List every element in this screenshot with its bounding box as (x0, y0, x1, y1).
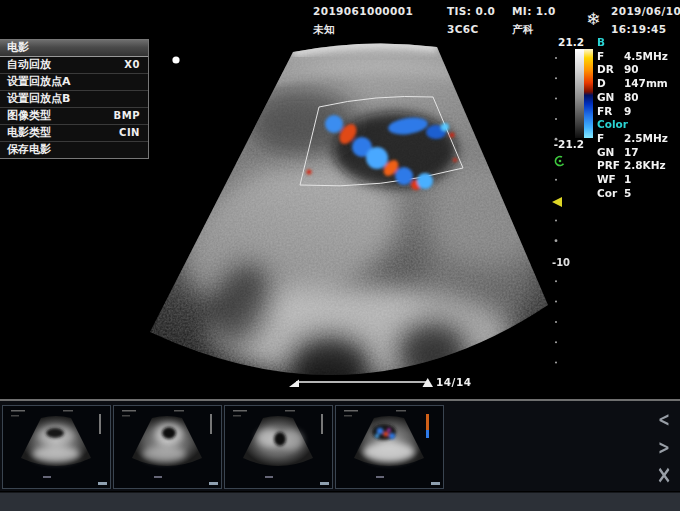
menu-item-set-replay-point-a[interactable]: 设置回放点A (0, 74, 148, 91)
parameter-panel: B F4.5MHz DR90 D147mm GN80 FR9 Color F2.… (597, 36, 668, 200)
menu-item-save-cine[interactable]: 保存电影 (0, 142, 148, 158)
menu-item-cine[interactable]: 电影 (0, 40, 148, 57)
orientation-curl-icon (555, 157, 563, 166)
param-row: DR90 (597, 63, 668, 77)
focus-marker-icon[interactable] (552, 197, 562, 207)
depth-label: -10 (552, 257, 570, 268)
grayscale-map (575, 49, 584, 138)
thumbnail-4[interactable] (335, 405, 444, 489)
menu-item-image-type[interactable]: 图像类型 BMP (0, 108, 148, 125)
gray-color-map-bar (575, 49, 593, 138)
thumbnail-3[interactable] (224, 405, 333, 489)
doppler-color-map (584, 49, 593, 138)
param-row: D147mm (597, 77, 668, 91)
velocity-scale-min: -21.2 (541, 138, 584, 150)
menu-item-set-replay-point-b[interactable]: 设置回放点B (0, 91, 148, 108)
menu-item-auto-replay[interactable]: 自动回放 X0 (0, 57, 148, 74)
param-row: FR9 (597, 105, 668, 119)
menu-item-cine-type[interactable]: 电影类型 CIN (0, 125, 148, 142)
param-row: WF1 (597, 173, 668, 187)
thumbnail-2[interactable] (113, 405, 222, 489)
param-row: F4.5MHz (597, 50, 668, 64)
thumbnail-strip: < > × (0, 399, 680, 491)
status-bar: EN (0, 492, 680, 511)
depth-ruler: -10 (552, 57, 570, 364)
frame-counter: 14/14 (436, 376, 472, 388)
color-mode-header: Color (597, 118, 668, 132)
param-row: GN17 (597, 146, 668, 160)
thumbnail-prev-button[interactable]: < (651, 407, 678, 431)
velocity-scale-max: 21.2 (550, 36, 584, 48)
b-mode-header: B (597, 36, 668, 50)
thumbnail-close-button[interactable]: × (651, 459, 678, 489)
param-row: F2.5MHz (597, 132, 668, 146)
param-row: PRF2.8KHz (597, 159, 668, 173)
cine-menu: 电影 自动回放 X0 设置回放点A 设置回放点B 图像类型 BMP 电影类型 C… (0, 39, 149, 159)
thumbnail-next-button[interactable]: > (651, 435, 678, 459)
orientation-dot-marker (172, 56, 179, 63)
param-row: GN80 (597, 91, 668, 105)
thumbnail-1[interactable] (2, 405, 111, 489)
cine-progress-bar[interactable]: 14/14 (289, 376, 472, 388)
param-row: Cor5 (597, 187, 668, 201)
cine-start-marker[interactable] (289, 380, 299, 388)
b-mode-fan-image (140, 30, 561, 400)
